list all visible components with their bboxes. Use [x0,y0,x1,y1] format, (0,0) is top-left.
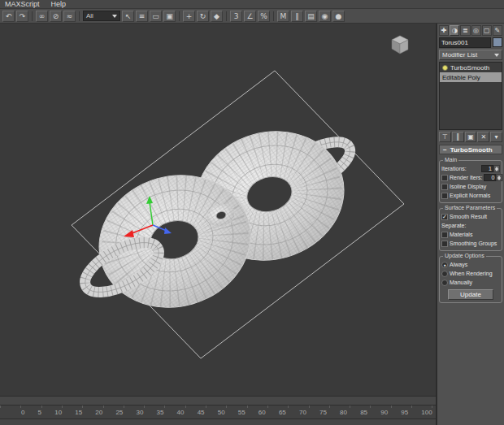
hierarchy-tab-icon[interactable]: ≣ [460,25,470,36]
viewport-canvas [0,24,436,396]
always-radio[interactable]: ● [441,262,448,268]
pin-stack-icon[interactable]: ⊤ [439,132,451,142]
material-editor-icon[interactable]: ◉ [319,11,331,22]
frame-number: 70 [299,409,306,416]
frame-number: 40 [177,409,185,416]
frame-number: 65 [279,409,286,416]
viewcube[interactable] [392,36,408,54]
select-by-name-icon[interactable]: ≡ [136,11,148,22]
frame-number: 20 [95,409,102,416]
layer-manager-icon[interactable]: ▤ [305,11,317,22]
frame-number: 15 [75,409,82,416]
group-title: Update Options [443,253,486,258]
select-and-rotate-icon[interactable]: ↻ [197,11,209,22]
motion-tab-icon[interactable]: ◎ [471,25,481,36]
frame-number: 100 [421,409,432,416]
utilities-tab-icon[interactable]: ✎ [493,25,502,36]
group-surface-parameters: Surface Parameters ✓ Smooth Result Separ… [439,208,502,251]
explicit-normals-checkbox[interactable] [441,193,448,199]
unlink-selection-icon[interactable]: ⊘ [50,11,62,22]
toolbar-separator [179,11,180,21]
object-color-swatch[interactable] [493,37,502,47]
angle-snap-icon[interactable]: ∠ [244,11,256,22]
group-title: Main [443,157,458,163]
toolbar-separator [273,11,274,21]
select-and-link-icon[interactable]: ∞ [36,11,48,22]
update-button[interactable]: Update [448,289,493,300]
frame-number: 5 [38,409,41,416]
modifier-list-dropdown[interactable]: Modifier List [439,50,502,60]
align-icon[interactable]: ∥ [291,11,303,22]
viewport-perspective[interactable] [0,24,436,396]
time-slider[interactable] [0,396,436,405]
redo-icon[interactable]: ↷ [16,11,28,22]
create-tab-icon[interactable]: ✚ [439,25,449,36]
modifier-stack-item-editable-poly[interactable]: Editable Poly [440,72,502,82]
frame-number: 30 [136,409,143,416]
frame-number: 0 [21,409,24,416]
manually-label: Manually [450,280,472,285]
render-iters-checkbox[interactable] [441,175,448,181]
modifier-stack: TurboSmooth Editable Poly [439,62,502,130]
when-rendering-label: When Rendering [450,271,493,276]
modifier-stack-item-turbosmooth[interactable]: TurboSmooth [440,63,502,72]
menu-maxscript[interactable]: MAXScript [5,0,40,8]
select-and-move-icon[interactable]: + [183,11,195,22]
3ds-max-window: MAXScript Help ↶ ↷ ∞ ⊘ ≈ All ↖ ≡ ▭ ▣ + ↻… [0,0,504,425]
collapse-icon: − [443,146,447,154]
window-crossing-icon[interactable]: ▣ [163,11,176,22]
frame-number: 45 [198,409,205,416]
select-object-icon[interactable]: ↖ [122,11,134,22]
materials-label: Materials [450,232,472,237]
menu-bar: MAXScript Help [0,0,504,9]
smooth-result-label: Smooth Result [450,214,487,219]
selection-filter-dropdown[interactable]: All [83,11,120,21]
toolbar-separator [32,11,33,21]
remove-modifier-icon[interactable]: ✕ [477,132,489,142]
spinner-down-icon[interactable] [495,169,498,171]
mirror-icon[interactable]: M [277,11,289,22]
group-title: Surface Parameters [443,205,497,210]
main-toolbar: ↶ ↷ ∞ ⊘ ≈ All ↖ ≡ ▭ ▣ + ↻ ◆ 3 ∠ % M ∥ ▤ … [0,9,504,24]
modifier-stack-toolbar: ⊤ ‖ ▣ ✕ ▾ [439,132,502,142]
toolbar-separator [79,11,80,21]
rectangular-selection-icon[interactable]: ▭ [150,11,162,22]
iterations-spinner[interactable]: 1 [481,165,500,172]
show-end-result-icon[interactable]: ‖ [452,132,464,142]
snap-toggle-icon[interactable]: 3 [230,11,242,22]
spinner-down-icon[interactable] [497,178,501,180]
bind-to-spacewarp-icon[interactable]: ≈ [63,11,76,22]
object-name-field[interactable]: Torus001 [439,37,491,48]
render-iters-spinner[interactable]: 0 [484,174,502,181]
materials-checkbox[interactable] [441,232,448,238]
frame-number: 90 [380,409,388,416]
frame-number: 85 [360,409,367,416]
status-bar [0,418,436,425]
smoothing-groups-checkbox[interactable] [441,241,448,247]
frame-number: 60 [259,409,266,416]
explicit-normals-label: Explicit Normals [450,193,490,198]
make-unique-icon[interactable]: ▣ [465,132,477,142]
display-tab-icon[interactable]: ▢ [482,25,492,36]
command-panel: ✚ ◑ ≣ ◎ ▢ ✎ Torus001 Modifier List Turbo… [436,24,504,425]
modify-tab-icon[interactable]: ◑ [450,25,459,36]
undo-icon[interactable]: ↶ [2,11,15,22]
frame-number: 35 [157,409,164,416]
percent-snap-icon[interactable]: % [258,11,270,22]
configure-modifier-sets-icon[interactable]: ▾ [490,132,502,142]
frame-number: 25 [115,409,123,416]
chevron-down-icon [494,54,499,57]
rollout-header-turbosmooth[interactable]: − TurboSmooth [439,145,502,154]
render-icon[interactable]: ● [332,11,345,22]
select-and-scale-icon[interactable]: ◆ [211,11,223,22]
separate-label: Separate: [441,223,466,228]
frame-number: 50 [218,409,225,416]
isoline-display-checkbox[interactable] [441,184,448,190]
menu-help[interactable]: Help [51,0,67,8]
when-rendering-radio[interactable] [441,271,448,277]
frame-number: 75 [319,409,327,416]
lightbulb-icon[interactable] [442,65,448,71]
track-bar[interactable]: 0510152025303540455055606570758085909510… [0,405,436,418]
manually-radio[interactable] [441,280,448,286]
smooth-result-checkbox[interactable]: ✓ [441,214,448,220]
